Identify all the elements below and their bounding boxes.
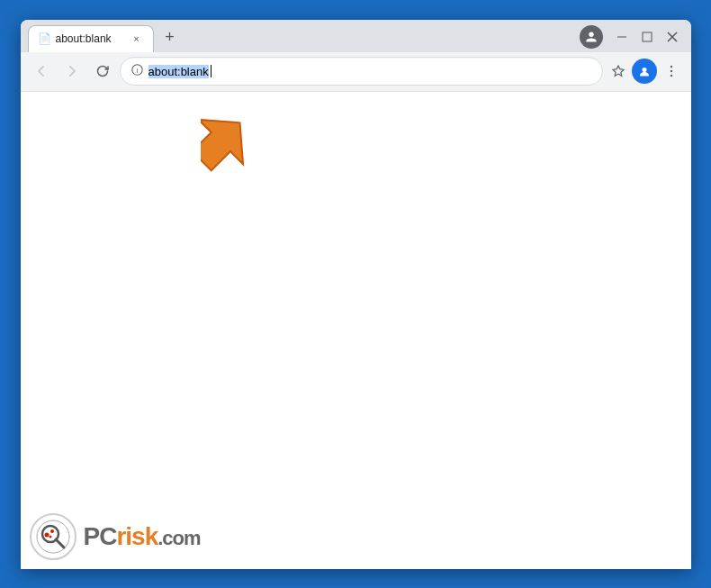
svg-point-10 bbox=[670, 75, 671, 77]
pcrisk-brand-text: PCrisk.com bbox=[84, 522, 201, 551]
address-selected-text: about:blank bbox=[148, 65, 209, 78]
text-cursor bbox=[211, 65, 212, 77]
svg-point-17 bbox=[49, 535, 51, 538]
minimize-button[interactable] bbox=[610, 25, 634, 49]
svg-rect-1 bbox=[643, 32, 652, 41]
nav-right-buttons bbox=[607, 59, 684, 84]
tab-title: about:blank bbox=[56, 32, 124, 45]
svg-text:i: i bbox=[136, 67, 138, 75]
risk-text: risk bbox=[116, 522, 158, 550]
bookmark-button[interactable] bbox=[607, 59, 630, 83]
window-controls bbox=[580, 25, 684, 49]
chrome-account-button[interactable] bbox=[632, 59, 657, 84]
arrow-annotation bbox=[201, 103, 273, 175]
svg-marker-11 bbox=[201, 103, 262, 175]
navigation-bar: i about:blank bbox=[21, 52, 691, 92]
svg-point-15 bbox=[44, 532, 49, 537]
svg-point-16 bbox=[50, 529, 54, 533]
address-text-area: about:blank bbox=[148, 65, 591, 78]
pcrisk-logo-icon bbox=[30, 513, 76, 560]
address-bar[interactable]: i about:blank bbox=[120, 57, 603, 86]
active-tab[interactable]: 📄 about:blank × bbox=[28, 25, 154, 52]
svg-point-8 bbox=[670, 66, 671, 68]
profile-button[interactable] bbox=[580, 25, 603, 49]
close-button[interactable] bbox=[661, 25, 684, 49]
tab-favicon: 📄 bbox=[38, 32, 50, 45]
dot-com-text: .com bbox=[158, 527, 200, 549]
svg-point-9 bbox=[670, 70, 671, 72]
new-tab-button[interactable]: + bbox=[158, 25, 183, 50]
page-content: PCrisk.com bbox=[21, 92, 691, 569]
forward-button[interactable] bbox=[58, 58, 86, 85]
browser-window: 📄 about:blank × + bbox=[21, 20, 691, 569]
chrome-menu-button[interactable] bbox=[659, 59, 684, 84]
pc-text: PC bbox=[84, 522, 117, 550]
svg-rect-0 bbox=[617, 36, 626, 37]
tab-close-button[interactable]: × bbox=[130, 32, 144, 46]
maximize-button[interactable] bbox=[635, 25, 659, 49]
refresh-button[interactable] bbox=[89, 58, 116, 85]
back-button[interactable] bbox=[28, 58, 55, 85]
svg-point-7 bbox=[642, 68, 646, 72]
title-bar: 📄 about:blank × + bbox=[21, 20, 691, 52]
pcrisk-watermark: PCrisk.com bbox=[30, 513, 201, 560]
info-icon: i bbox=[131, 64, 143, 78]
